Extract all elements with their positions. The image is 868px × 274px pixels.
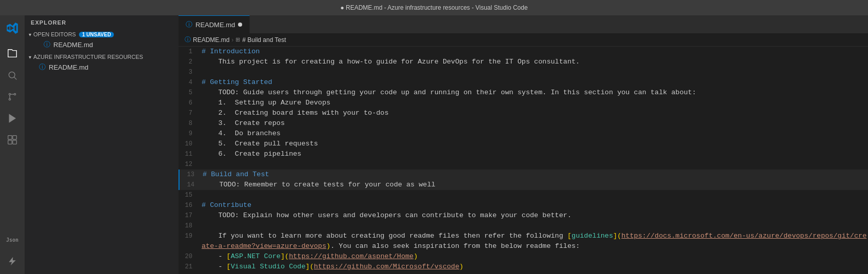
- line-2: 2 This project is for creating a how-to …: [179, 57, 868, 67]
- azure-section-header[interactable]: ▾ AZURE INFRASTRUCTURE RESOURCES: [25, 52, 179, 61]
- breadcrumb-md-icon: ⊞: [235, 36, 240, 43]
- line-16: 16 # Contribute: [179, 200, 868, 210]
- titlebar: ● README.md - Azure infrastructure resou…: [0, 0, 868, 15]
- tab-modified-dot: [238, 23, 242, 27]
- chevron-down-icon: ▾: [29, 32, 31, 37]
- source-control-icon[interactable]: [4, 88, 21, 106]
- line-15: 15: [179, 190, 868, 200]
- search-icon[interactable]: [4, 67, 21, 84]
- tab-bar: ⓘ README.md: [179, 15, 868, 33]
- json-icon[interactable]: Json: [4, 231, 21, 248]
- editor-content[interactable]: 1 # Introduction 2 This project is for c…: [179, 47, 868, 274]
- breadcrumb: ⓘ README.md › ⊞ # Build and Test: [179, 33, 868, 47]
- breadcrumb-info-icon: ⓘ: [185, 35, 191, 44]
- chevron-down-icon-2: ▾: [29, 54, 31, 60]
- line-8: 8 3. Create repos: [179, 118, 868, 129]
- line-1: 1 # Introduction: [179, 47, 868, 57]
- line-14: 14 TODO: Remember to create tests for yo…: [179, 180, 868, 190]
- line-5: 5 TODO: Guide users through getting your…: [179, 88, 868, 98]
- run-debug-icon[interactable]: [4, 110, 21, 127]
- svg-rect-8: [13, 136, 17, 140]
- line-3: 3: [179, 67, 868, 77]
- breadcrumb-file[interactable]: README.md: [193, 36, 229, 44]
- vscode-logo-icon[interactable]: [4, 19, 21, 37]
- line-19: 19 If you want to learn more about creat…: [179, 231, 868, 251]
- editor-area: ⓘ README.md ⓘ README.md › ⊞ # Build and …: [179, 15, 868, 274]
- breadcrumb-section[interactable]: # Build and Test: [242, 36, 286, 44]
- svg-line-1: [14, 77, 17, 80]
- activity-bar: Json: [0, 15, 25, 274]
- extensions-icon[interactable]: [4, 131, 21, 149]
- svg-rect-10: [13, 140, 17, 144]
- line-20: 20 - [ASP.NET Core](https://github.com/a…: [179, 251, 868, 262]
- line-4: 4 # Getting Started: [179, 77, 868, 88]
- line-21: 21 - [Visual Studio Code](https://github…: [179, 262, 868, 272]
- open-editors-file-readme[interactable]: ⓘ README.md: [25, 39, 179, 50]
- files-icon[interactable]: [4, 45, 21, 62]
- svg-rect-9: [8, 140, 12, 144]
- breadcrumb-separator: ›: [231, 36, 233, 44]
- svg-point-2: [9, 98, 10, 100]
- titlebar-title: ● README.md - Azure infrastructure resou…: [340, 4, 527, 11]
- info-file-icon: ⓘ: [44, 40, 50, 49]
- svg-rect-7: [8, 136, 12, 140]
- sidebar-title: EXPLORER: [25, 15, 179, 30]
- line-6: 6 1. Setting up Azure Devops: [179, 98, 868, 108]
- line-7: 7 2. Creating board items with your to-d…: [179, 108, 868, 118]
- sidebar: EXPLORER ▾ OPEN EDITORS 1 UNSAVED ⓘ READ…: [25, 15, 179, 274]
- open-editors-label: OPEN EDITORS: [33, 31, 76, 37]
- azure-section-label: AZURE INFRASTRUCTURE RESOURCES: [33, 54, 143, 60]
- svg-point-0: [9, 72, 15, 78]
- tab-filename: README.md: [195, 21, 235, 29]
- line-11: 11 6. Create pipelines: [179, 149, 868, 159]
- line-22: 22 - [Chakra Core](https://github.com/Mi…: [179, 272, 868, 274]
- open-editors-section[interactable]: ▾ OPEN EDITORS 1 UNSAVED: [25, 30, 179, 39]
- line-9: 9 4. Do branches: [179, 129, 868, 139]
- svg-point-3: [14, 93, 15, 95]
- line-17: 17 TODO: Explain how other users and dev…: [179, 210, 868, 221]
- azure-filename: README.md: [49, 64, 88, 71]
- line-13: 13 # Build and Test: [179, 170, 868, 180]
- line-10: 10 5. Create pull requests: [179, 139, 868, 149]
- svg-marker-5: [9, 115, 15, 122]
- tab-info-icon: ⓘ: [186, 20, 192, 29]
- svg-point-4: [9, 93, 10, 95]
- azure-section-file-readme[interactable]: ⓘ README.md: [25, 61, 179, 73]
- line-18: 18: [179, 221, 868, 231]
- line-12: 12: [179, 159, 868, 170]
- open-editors-filename: README.md: [53, 41, 93, 49]
- unsaved-badge: 1 UNSAVED: [79, 32, 114, 37]
- editor-tab-readme[interactable]: ⓘ README.md: [179, 15, 250, 33]
- info-file-icon-2: ⓘ: [39, 62, 46, 72]
- azure-icon[interactable]: [4, 252, 21, 270]
